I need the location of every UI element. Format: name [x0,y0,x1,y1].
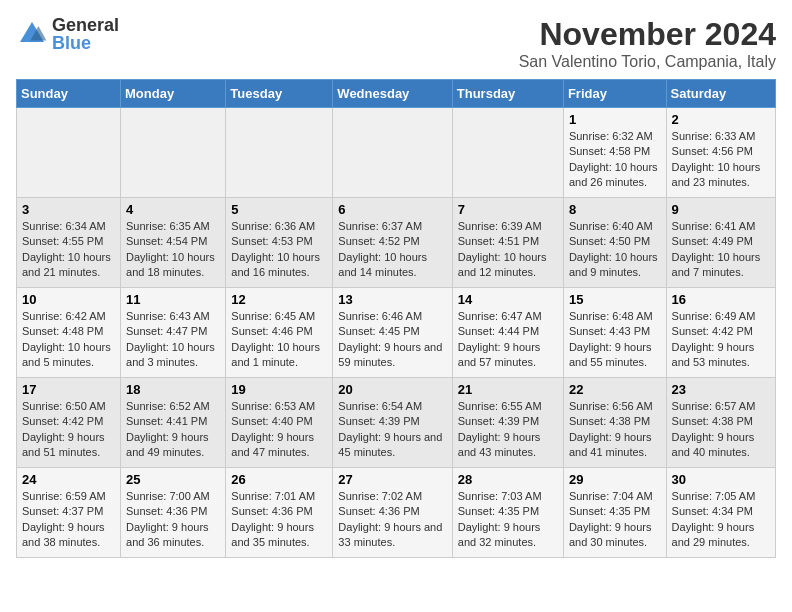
calendar-body: 1Sunrise: 6:32 AM Sunset: 4:58 PM Daylig… [17,108,776,558]
calendar-week-5: 24Sunrise: 6:59 AM Sunset: 4:37 PM Dayli… [17,468,776,558]
day-info: Sunrise: 6:52 AM Sunset: 4:41 PM Dayligh… [126,399,220,461]
day-info: Sunrise: 7:00 AM Sunset: 4:36 PM Dayligh… [126,489,220,551]
calendar-cell: 24Sunrise: 6:59 AM Sunset: 4:37 PM Dayli… [17,468,121,558]
day-number: 17 [22,382,115,397]
calendar-cell [226,108,333,198]
calendar-cell: 9Sunrise: 6:41 AM Sunset: 4:49 PM Daylig… [666,198,775,288]
day-number: 30 [672,472,770,487]
day-number: 23 [672,382,770,397]
weekday-header-friday: Friday [563,80,666,108]
day-info: Sunrise: 6:33 AM Sunset: 4:56 PM Dayligh… [672,129,770,191]
day-number: 9 [672,202,770,217]
day-info: Sunrise: 6:43 AM Sunset: 4:47 PM Dayligh… [126,309,220,371]
calendar-cell: 27Sunrise: 7:02 AM Sunset: 4:36 PM Dayli… [333,468,452,558]
day-info: Sunrise: 6:36 AM Sunset: 4:53 PM Dayligh… [231,219,327,281]
calendar-cell: 16Sunrise: 6:49 AM Sunset: 4:42 PM Dayli… [666,288,775,378]
day-info: Sunrise: 6:47 AM Sunset: 4:44 PM Dayligh… [458,309,558,371]
day-number: 12 [231,292,327,307]
calendar-cell: 3Sunrise: 6:34 AM Sunset: 4:55 PM Daylig… [17,198,121,288]
day-info: Sunrise: 6:41 AM Sunset: 4:49 PM Dayligh… [672,219,770,281]
day-number: 25 [126,472,220,487]
calendar-table: SundayMondayTuesdayWednesdayThursdayFrid… [16,79,776,558]
day-number: 19 [231,382,327,397]
day-info: Sunrise: 7:03 AM Sunset: 4:35 PM Dayligh… [458,489,558,551]
day-number: 8 [569,202,661,217]
day-number: 21 [458,382,558,397]
calendar-week-2: 3Sunrise: 6:34 AM Sunset: 4:55 PM Daylig… [17,198,776,288]
calendar-cell: 29Sunrise: 7:04 AM Sunset: 4:35 PM Dayli… [563,468,666,558]
day-info: Sunrise: 7:05 AM Sunset: 4:34 PM Dayligh… [672,489,770,551]
calendar-cell: 1Sunrise: 6:32 AM Sunset: 4:58 PM Daylig… [563,108,666,198]
weekday-header-monday: Monday [121,80,226,108]
calendar-cell: 7Sunrise: 6:39 AM Sunset: 4:51 PM Daylig… [452,198,563,288]
day-number: 29 [569,472,661,487]
day-number: 11 [126,292,220,307]
calendar-cell: 4Sunrise: 6:35 AM Sunset: 4:54 PM Daylig… [121,198,226,288]
day-info: Sunrise: 6:37 AM Sunset: 4:52 PM Dayligh… [338,219,446,281]
page-header: General Blue November 2024 San Valentino… [16,16,776,71]
day-info: Sunrise: 6:49 AM Sunset: 4:42 PM Dayligh… [672,309,770,371]
calendar-cell: 23Sunrise: 6:57 AM Sunset: 4:38 PM Dayli… [666,378,775,468]
calendar-cell: 6Sunrise: 6:37 AM Sunset: 4:52 PM Daylig… [333,198,452,288]
calendar-cell: 17Sunrise: 6:50 AM Sunset: 4:42 PM Dayli… [17,378,121,468]
calendar-cell: 25Sunrise: 7:00 AM Sunset: 4:36 PM Dayli… [121,468,226,558]
calendar-cell: 19Sunrise: 6:53 AM Sunset: 4:40 PM Dayli… [226,378,333,468]
calendar-week-4: 17Sunrise: 6:50 AM Sunset: 4:42 PM Dayli… [17,378,776,468]
day-number: 10 [22,292,115,307]
calendar-cell: 18Sunrise: 6:52 AM Sunset: 4:41 PM Dayli… [121,378,226,468]
day-info: Sunrise: 6:32 AM Sunset: 4:58 PM Dayligh… [569,129,661,191]
month-title: November 2024 [519,16,776,53]
logo-blue: Blue [52,34,119,52]
day-number: 27 [338,472,446,487]
calendar-cell [121,108,226,198]
calendar-cell: 26Sunrise: 7:01 AM Sunset: 4:36 PM Dayli… [226,468,333,558]
day-number: 4 [126,202,220,217]
day-number: 20 [338,382,446,397]
calendar-cell: 21Sunrise: 6:55 AM Sunset: 4:39 PM Dayli… [452,378,563,468]
calendar-cell: 12Sunrise: 6:45 AM Sunset: 4:46 PM Dayli… [226,288,333,378]
calendar-cell: 28Sunrise: 7:03 AM Sunset: 4:35 PM Dayli… [452,468,563,558]
weekday-header-tuesday: Tuesday [226,80,333,108]
location: San Valentino Torio, Campania, Italy [519,53,776,71]
day-info: Sunrise: 6:56 AM Sunset: 4:38 PM Dayligh… [569,399,661,461]
day-number: 1 [569,112,661,127]
title-block: November 2024 San Valentino Torio, Campa… [519,16,776,71]
calendar-cell: 22Sunrise: 6:56 AM Sunset: 4:38 PM Dayli… [563,378,666,468]
day-number: 3 [22,202,115,217]
calendar-cell: 2Sunrise: 6:33 AM Sunset: 4:56 PM Daylig… [666,108,775,198]
day-info: Sunrise: 6:39 AM Sunset: 4:51 PM Dayligh… [458,219,558,281]
day-number: 28 [458,472,558,487]
calendar-cell: 20Sunrise: 6:54 AM Sunset: 4:39 PM Dayli… [333,378,452,468]
day-info: Sunrise: 6:59 AM Sunset: 4:37 PM Dayligh… [22,489,115,551]
day-info: Sunrise: 6:35 AM Sunset: 4:54 PM Dayligh… [126,219,220,281]
day-info: Sunrise: 6:40 AM Sunset: 4:50 PM Dayligh… [569,219,661,281]
weekday-header-row: SundayMondayTuesdayWednesdayThursdayFrid… [17,80,776,108]
day-info: Sunrise: 6:57 AM Sunset: 4:38 PM Dayligh… [672,399,770,461]
calendar-cell: 15Sunrise: 6:48 AM Sunset: 4:43 PM Dayli… [563,288,666,378]
day-info: Sunrise: 6:54 AM Sunset: 4:39 PM Dayligh… [338,399,446,461]
day-number: 2 [672,112,770,127]
day-info: Sunrise: 7:01 AM Sunset: 4:36 PM Dayligh… [231,489,327,551]
day-info: Sunrise: 6:46 AM Sunset: 4:45 PM Dayligh… [338,309,446,371]
logo-icon [16,18,48,50]
day-number: 13 [338,292,446,307]
calendar-cell [452,108,563,198]
day-number: 15 [569,292,661,307]
logo-general: General [52,16,119,34]
weekday-header-sunday: Sunday [17,80,121,108]
day-info: Sunrise: 6:55 AM Sunset: 4:39 PM Dayligh… [458,399,558,461]
logo-text: General Blue [52,16,119,52]
day-number: 14 [458,292,558,307]
day-info: Sunrise: 6:45 AM Sunset: 4:46 PM Dayligh… [231,309,327,371]
weekday-header-saturday: Saturday [666,80,775,108]
calendar-cell: 5Sunrise: 6:36 AM Sunset: 4:53 PM Daylig… [226,198,333,288]
calendar-week-1: 1Sunrise: 6:32 AM Sunset: 4:58 PM Daylig… [17,108,776,198]
day-info: Sunrise: 7:04 AM Sunset: 4:35 PM Dayligh… [569,489,661,551]
day-number: 18 [126,382,220,397]
day-info: Sunrise: 6:42 AM Sunset: 4:48 PM Dayligh… [22,309,115,371]
day-number: 22 [569,382,661,397]
day-number: 26 [231,472,327,487]
calendar-cell: 14Sunrise: 6:47 AM Sunset: 4:44 PM Dayli… [452,288,563,378]
calendar-cell: 8Sunrise: 6:40 AM Sunset: 4:50 PM Daylig… [563,198,666,288]
weekday-header-thursday: Thursday [452,80,563,108]
